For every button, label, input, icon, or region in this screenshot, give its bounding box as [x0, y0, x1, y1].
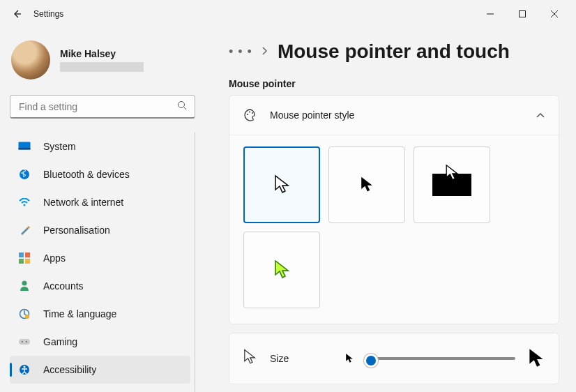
breadcrumb: • • • Mouse pointer and touch — [229, 40, 559, 63]
pointer-size-slider[interactable] — [366, 357, 515, 360]
maximize-button[interactable] — [506, 3, 538, 25]
svg-point-19 — [249, 112, 250, 113]
svg-rect-6 — [19, 252, 24, 257]
size-label: Size — [270, 353, 333, 364]
sidebar-item-personalisation[interactable]: Personalisation — [10, 216, 190, 244]
pointer-style-options — [229, 135, 559, 324]
cursor-black-icon — [360, 176, 374, 194]
search-input[interactable] — [10, 95, 195, 119]
cursor-white-icon — [274, 174, 289, 195]
mouse-pointer-style-header[interactable]: Mouse pointer style — [229, 96, 559, 135]
sidebar-item-label: Network & internet — [43, 197, 123, 208]
svg-point-12 — [25, 315, 29, 319]
sidebar-item-network[interactable]: Network & internet — [10, 188, 190, 216]
svg-rect-7 — [25, 252, 30, 257]
sidebar-item-label: Gaming — [43, 336, 77, 347]
pointer-style-inverted[interactable] — [414, 146, 490, 223]
svg-point-17 — [24, 366, 26, 368]
clock-globe-icon — [18, 308, 31, 320]
svg-point-10 — [22, 281, 27, 286]
small-cursor-icon — [345, 353, 354, 364]
close-icon — [551, 10, 558, 17]
page-title: Mouse pointer and touch — [278, 40, 510, 63]
profile-name: Mike Halsey — [60, 48, 144, 59]
svg-point-18 — [247, 114, 248, 115]
sidebar-item-label: Accounts — [43, 280, 84, 292]
bluetooth-icon — [18, 168, 31, 181]
section-heading-mouse-pointer: Mouse pointer — [229, 78, 559, 89]
sidebar-item-label: Time & language — [43, 308, 116, 319]
sidebar-item-label: Bluetooth & devices — [43, 169, 130, 180]
chevron-up-icon — [536, 109, 545, 121]
pointer-style-custom[interactable] — [243, 232, 320, 308]
arrow-left-icon — [11, 8, 22, 20]
cursor-custom-icon — [274, 259, 289, 280]
mouse-pointer-style-card: Mouse pointer style — [229, 95, 559, 324]
close-button[interactable] — [538, 3, 570, 25]
svg-point-20 — [252, 112, 253, 114]
titlebar: Settings — [0, 0, 576, 28]
breadcrumb-more-button[interactable]: • • • — [229, 45, 252, 59]
sidebar-item-accounts[interactable]: Accounts — [10, 272, 190, 300]
svg-rect-0 — [520, 11, 526, 17]
minimize-icon — [487, 10, 494, 17]
svg-point-15 — [26, 341, 27, 342]
svg-rect-8 — [19, 259, 24, 264]
maximize-icon — [519, 10, 526, 17]
sidebar-item-accessibility[interactable]: Accessibility — [10, 356, 190, 384]
apps-icon — [18, 252, 31, 264]
sidebar-item-gaming[interactable]: Gaming — [10, 328, 190, 356]
sidebar-item-apps[interactable]: Apps — [10, 244, 190, 272]
svg-rect-3 — [19, 148, 31, 150]
minimize-button[interactable] — [474, 3, 506, 25]
profile-block[interactable]: Mike Halsey — [10, 28, 195, 92]
palette-icon — [243, 108, 257, 122]
accessibility-icon — [18, 363, 31, 376]
sidebar-item-bluetooth[interactable]: Bluetooth & devices — [10, 160, 190, 188]
svg-point-14 — [22, 341, 23, 342]
sidebar-item-time[interactable]: Time & language — [10, 300, 190, 328]
main-content: • • • Mouse pointer and touch Mouse poin… — [206, 28, 576, 392]
person-icon — [18, 280, 31, 292]
search-box[interactable] — [10, 95, 195, 119]
sidebar-item-label: System — [43, 141, 76, 152]
sidebar-item-label: Accessibility — [43, 364, 96, 375]
system-icon — [18, 140, 31, 153]
sidebar-item-label: Personalisation — [43, 225, 110, 236]
wifi-icon — [18, 196, 31, 209]
nav-list: System Bluetooth & devices Network & int… — [10, 133, 195, 392]
chevron-right-icon — [262, 47, 268, 57]
back-button[interactable] — [6, 3, 28, 25]
pointer-size-card: Size — [229, 333, 559, 384]
window-title: Settings — [33, 9, 63, 19]
card-title: Mouse pointer style — [270, 110, 524, 121]
svg-point-5 — [24, 204, 26, 206]
sidebar-item-system[interactable]: System — [10, 133, 190, 160]
cursor-inverted-icon — [445, 164, 459, 182]
svg-rect-9 — [25, 259, 30, 264]
cursor-outline-icon — [243, 349, 257, 368]
avatar — [11, 40, 50, 80]
svg-rect-13 — [19, 339, 30, 345]
inverted-preview — [432, 174, 471, 196]
sidebar-item-label: Apps — [43, 252, 66, 264]
sidebar: Mike Halsey System Bluetooth & devices N… — [0, 28, 206, 392]
gaming-icon — [18, 336, 31, 348]
pointer-style-white[interactable] — [243, 146, 320, 223]
profile-subtext-placeholder — [60, 62, 144, 72]
pointer-style-black[interactable] — [328, 146, 405, 223]
large-cursor-icon — [528, 347, 545, 370]
paintbrush-icon — [18, 224, 31, 236]
